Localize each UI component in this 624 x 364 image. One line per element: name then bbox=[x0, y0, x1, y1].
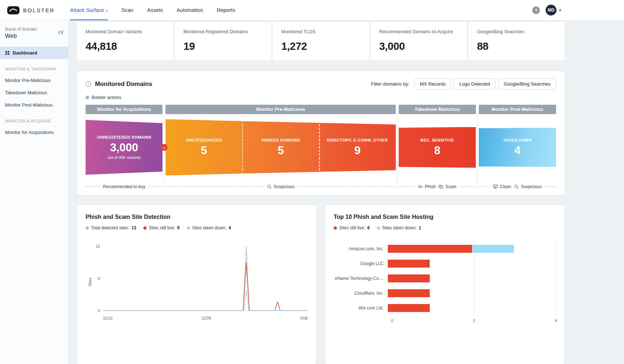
bar-category-label: Cloudflare, Inc. bbox=[334, 291, 388, 296]
stat-card-domain-variants: Monitored Domain Variants 44,818 bbox=[77, 22, 173, 60]
info-icon[interactable] bbox=[86, 81, 92, 87]
segment-divider bbox=[242, 124, 243, 170]
sidebar-item-dashboard[interactable]: Dashboard bbox=[0, 47, 68, 59]
sidebar-item-monitor-post-malicious[interactable]: Monitor Post-Malicious bbox=[0, 99, 68, 111]
line-series bbox=[103, 263, 308, 311]
sidebar-section-monitor-takedown: MONITOR & TAKEDOWN bbox=[0, 59, 68, 74]
funnel-footer-acquisitions: Recommended to buy bbox=[86, 184, 162, 189]
phish-scam-detection-panel: Phish and Scam Site Detection Total dete… bbox=[77, 205, 316, 364]
legend-sites-taken-down: Sites taken down:4 bbox=[187, 225, 231, 230]
legend-sites-taken-down: Sites taken down:1 bbox=[377, 225, 421, 230]
y-axis: 12 6 0 bbox=[91, 243, 103, 313]
legend-sites-live: Sites still live:6 bbox=[334, 225, 370, 230]
brand-name: BOLSTER bbox=[23, 7, 55, 13]
bar-category-label: Google LLC bbox=[334, 261, 388, 266]
suspicious-icon bbox=[267, 184, 272, 189]
nav-item-scan[interactable]: Scan bbox=[121, 0, 133, 20]
nav-item-attack-surface[interactable]: Attack Surface› bbox=[70, 0, 108, 20]
funnel-segment-parked-domains[interactable]: PARKED DOMAINS 5 bbox=[242, 119, 319, 176]
bar-category-label: Amazon.com, Inc. bbox=[334, 246, 388, 251]
bar-segment bbox=[388, 289, 430, 297]
legend-total-detected: Total detected sites:13 bbox=[86, 225, 136, 230]
user-menu[interactable]: MD ▼ bbox=[546, 5, 562, 16]
top-hosting-panel: Top 10 Phish and Scam Site Hosting Sites… bbox=[325, 205, 564, 364]
dashboard-icon bbox=[5, 51, 10, 55]
avatar[interactable]: MD bbox=[546, 5, 556, 16]
stat-value: 19 bbox=[183, 40, 263, 52]
funnel-footer-post-malicious: Clean Suspicious bbox=[479, 184, 556, 189]
bar-row: Amazon.com, Inc. bbox=[334, 241, 556, 256]
chevron-down-icon: ▼ bbox=[558, 8, 562, 12]
bar-track bbox=[388, 289, 556, 297]
help-icon[interactable]: ? bbox=[532, 6, 540, 14]
chart-legend: Sites still live:6 Sites taken down:1 bbox=[334, 225, 556, 230]
org-name: Bank of Bolster bbox=[5, 26, 63, 32]
funnel-footer-takedown: Phish Scam bbox=[399, 184, 476, 189]
filter-mx-records-button[interactable]: MX Records bbox=[415, 78, 451, 90]
line-series bbox=[103, 246, 308, 311]
chevron-right-icon: › bbox=[106, 7, 108, 13]
funnel-segment-unregistered-domains[interactable]: UNREGISTERED DOMAINS 3,000 out of 45K va… bbox=[86, 120, 162, 175]
bar-track bbox=[388, 260, 556, 268]
bar-segment bbox=[388, 304, 430, 312]
funnel-segment-uncategorized[interactable]: UNCATEGORIZED 5 bbox=[165, 119, 242, 176]
bar-row: Cloudflare, Inc. bbox=[334, 286, 556, 300]
nav-item-automation[interactable]: Automation bbox=[177, 0, 203, 20]
bar-track bbox=[388, 245, 556, 253]
brand[interactable]: BOLSTER bbox=[0, 0, 69, 20]
chart-title: Top 10 Phish and Scam Site Hosting bbox=[334, 214, 556, 220]
product-name: Web bbox=[5, 33, 63, 39]
sidebar-item-monitor-for-acquisitions[interactable]: Monitor for Acquisitions bbox=[0, 126, 68, 138]
bolster-actions-dot bbox=[86, 96, 89, 99]
stat-card-recommended-domains: Recommended Domains to Acquire 3,000 bbox=[370, 22, 467, 60]
stat-value: 3,000 bbox=[379, 40, 458, 52]
funnel-segment-directory-ecomm-other[interactable]: DIRECTORY, E-COMM, OTHER 9 bbox=[319, 119, 396, 176]
bar-track bbox=[388, 304, 556, 312]
bar-segment bbox=[472, 245, 514, 253]
bar-segment bbox=[388, 245, 472, 253]
suspicious-icon bbox=[514, 184, 519, 189]
funnel: Monitor for Acquisitions Monitor Pre-Mal… bbox=[86, 105, 556, 189]
bar-category-label: eName Technology Co.... bbox=[334, 276, 388, 281]
filter-logo-detected-button[interactable]: Logo Detected bbox=[454, 78, 495, 90]
bolster-logo-icon bbox=[7, 6, 20, 14]
legend-sites-live: Sites still live:9 bbox=[143, 225, 179, 230]
chart-legend: Total detected sites:13 Sites still live… bbox=[86, 225, 308, 230]
bar-category-label: Wix.com Ltd. bbox=[334, 306, 388, 311]
clean-icon bbox=[493, 184, 498, 189]
column-header-post-malicious: Monitor Post-Malicious bbox=[479, 105, 556, 114]
chart-title: Phish and Scam Site Detection bbox=[86, 214, 308, 220]
line-series bbox=[103, 290, 308, 311]
x-axis: 0 2 4 bbox=[392, 318, 556, 324]
sidebar: Bank of Bolster Web Dashboard MONITOR & … bbox=[0, 21, 69, 364]
scam-icon bbox=[438, 184, 443, 189]
sidebar-section-monitor-acquire: MONITOR & ACQUIRE bbox=[0, 111, 68, 126]
bolster-actions-label: Bolster actions bbox=[92, 95, 121, 100]
line-chart-plot bbox=[103, 243, 308, 313]
bar-segment bbox=[388, 260, 430, 268]
sidebar-item-takedown-malicious[interactable]: Takedown Malicious bbox=[0, 86, 68, 99]
funnel-segment-bec-sensitive[interactable]: BEC, SENSITIVE 8 bbox=[399, 127, 476, 168]
stat-card-monitored-tlds: Monitored TLDS 1,272 bbox=[273, 22, 369, 60]
stat-card-google-bing-searches: Google/Bing Searches 88 bbox=[468, 22, 565, 60]
funnel-expand-arrow-icon[interactable]: › bbox=[161, 144, 168, 151]
primary-nav: Attack Surface› Scan Assets Automation R… bbox=[70, 0, 235, 20]
sidebar-collapse-icon[interactable] bbox=[57, 30, 64, 36]
funnel-footer-pre-malicious: Suspicious bbox=[165, 184, 396, 189]
stats-row: Monitored Domain Variants 44,818 Monitor… bbox=[77, 22, 565, 60]
stat-card-registered-domains: Monitored Registered Domains 19 bbox=[175, 22, 271, 60]
sidebar-item-monitor-pre-malicious[interactable]: Monitor Pre-Malicious bbox=[0, 74, 68, 86]
nav-item-assets[interactable]: Assets bbox=[147, 0, 163, 20]
stat-value: 44,818 bbox=[86, 40, 165, 52]
filter-domains-label: Filter domains by: bbox=[371, 81, 410, 87]
stat-value: 88 bbox=[477, 40, 556, 52]
top-navbar: BOLSTER Attack Surface› Scan Assets Auto… bbox=[0, 0, 624, 21]
bar-segment bbox=[388, 274, 430, 282]
bar-track bbox=[388, 274, 556, 282]
bar-row: Google LLC bbox=[334, 256, 556, 271]
filter-google-bing-button[interactable]: Google/Bing Searches bbox=[498, 78, 556, 90]
phish-icon bbox=[418, 184, 423, 189]
nav-item-reports[interactable]: Reports bbox=[217, 0, 235, 20]
funnel-segment-taken-down[interactable]: TAKEN DOWN 4 bbox=[479, 128, 556, 167]
column-header-pre-malicious: Monitor Pre-Malicious bbox=[165, 105, 396, 114]
